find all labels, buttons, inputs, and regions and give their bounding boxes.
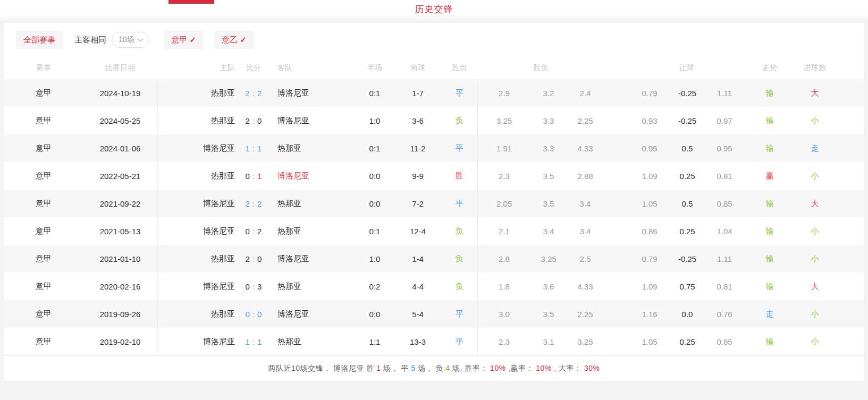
odds-draw-cell: 3.5 [530,310,567,319]
odds-draw-cell: 3.3 [530,116,567,125]
away-team-cell: 热那亚 [267,337,355,347]
header-handicap-group: 让球 [630,63,743,73]
result-cell: 平 [441,143,477,154]
corner-cell: 1-7 [394,89,441,98]
header-goals: 进球数 [796,63,833,73]
handicap-home-cell: 1.05 [630,337,669,346]
result-cell: 平 [441,88,477,98]
odds-home-cell: 2.1 [477,217,530,245]
trend-cell: 输 [743,254,796,264]
corner-cell: 9-9 [394,172,441,181]
summary-segment: 场, 胜率： [450,364,488,372]
summary-text: 两队近10场交锋， 博洛尼亚 胜 1 场， 平 5 场， 负 4 场, 胜率： … [268,364,600,373]
header-home: 主队 [157,63,240,73]
odds-draw-cell: 3.2 [530,89,567,98]
away-team-cell: 博洛尼亚 [267,309,355,319]
handicap-line-cell: 0.5 [669,199,706,208]
halftime-cell: 1:0 [355,116,394,125]
handicap-home-cell: 1.09 [630,282,669,291]
handicap-home-cell: 1.09 [630,172,669,181]
handicap-home-cell: 0.79 [630,254,669,263]
handicap-away-cell: 0.95 [706,144,743,153]
table-row: 意甲2022-05-21热那亚0:1博洛尼亚0:09-9胜2.33.52.881… [4,162,864,190]
result-cell: 胜 [441,171,477,181]
odds-home-cell: 3.25 [477,107,530,134]
odds-draw-cell: 3.25 [530,254,567,263]
trend-cell: 输 [743,337,796,347]
odds-home-cell: 2.3 [477,328,530,355]
header-trend: 走势 [743,63,796,73]
away-team-cell: 热那亚 [267,143,355,154]
header-away: 客队 [267,63,355,73]
odds-home-cell: 1.8 [477,273,530,300]
league-cell: 意甲 [4,309,83,319]
match-count-dropdown[interactable]: 10场 [112,32,149,48]
league-cell: 意甲 [4,282,83,292]
odds-away-cell: 3.4 [567,227,604,236]
table-row: 意甲2021-01-10热那亚2:0博洛尼亚1:01-4负2.83.252.50… [4,245,864,273]
same-home-away-label[interactable]: 主客相同 [74,35,106,45]
odds-draw-cell: 3.3 [530,144,567,153]
odds-away-cell: 2.5 [567,254,604,263]
goals-cell: 小 [796,337,833,347]
odds-draw-cell: 3.1 [530,337,567,346]
result-cell: 负 [441,116,477,126]
serie-a-filter-button[interactable]: 意甲✓ [164,31,204,49]
header-result: 胜负 [441,63,477,73]
corner-cell: 1-4 [394,254,441,263]
handicap-line-cell: 0.25 [669,172,706,181]
goals-cell: 小 [796,226,833,236]
header-score: 比分 [240,63,267,73]
halftime-cell: 0:1 [355,227,394,236]
goals-cell: 小 [796,171,833,181]
trend-cell: 输 [743,199,796,209]
corner-cell: 12-4 [394,227,441,236]
summary-segment: 4 [445,364,450,372]
date-cell: 2024-10-19 [83,89,157,98]
check-icon: ✓ [240,35,247,44]
halftime-cell: 0:2 [355,282,394,291]
score-cell: 2:0 [240,116,267,125]
date-cell: 2019-09-26 [83,310,157,319]
date-cell: 2021-05-13 [83,227,157,236]
history-card: 全部赛事 主客相同 10场 意甲✓ 意乙✓ 赛事 比赛日期 主队 比分 客队 半… [4,23,864,381]
filter-bar: 全部赛事 主客相同 10场 意甲✓ 意乙✓ [4,23,864,57]
trend-cell: 输 [743,143,796,154]
handicap-home-cell: 0.79 [630,89,669,98]
result-cell: 平 [441,309,477,319]
table-row: 意甲2024-01-06博洛尼亚1:1热那亚0:111-2平1.913.34.3… [4,134,864,162]
table-row: 意甲2024-10-19热那亚2:2博洛尼亚0:11-7平2.93.22.40.… [4,79,864,107]
goals-cell: 大 [796,88,833,98]
summary-segment: ,赢率： [508,364,534,372]
odds-away-cell: 2.88 [567,172,604,181]
league-cell: 意甲 [4,226,83,236]
active-tab-indicator[interactable] [168,0,214,4]
corner-cell: 5-4 [394,310,441,319]
table-header: 赛事 比赛日期 主队 比分 客队 半场 角球 胜负 胜负 让球 走势 进球数 [4,57,864,79]
goals-cell: 小 [796,254,833,264]
goals-cell: 走 [796,143,833,154]
all-matches-button[interactable]: 全部赛事 [16,31,63,49]
handicap-home-cell: 0.93 [630,116,669,125]
date-cell: 2024-01-06 [83,144,157,153]
trend-cell: 赢 [743,171,796,181]
table-row: 意甲2021-09-22博洛尼亚2:2热那亚0:07-2平2.053.53.41… [4,190,864,217]
trend-cell: 走 [743,309,796,319]
score-cell: 0:3 [240,282,267,291]
handicap-home-cell: 0.86 [630,227,669,236]
score-cell: 0:2 [240,227,267,236]
odds-home-cell: 2.8 [477,245,530,273]
handicap-line-cell: 0.25 [669,227,706,236]
summary-segment: 场， 平 [381,364,411,372]
summary-segment: 10% [534,364,554,372]
top-bar: 历史交锋 [0,0,868,15]
serie-b-filter-button[interactable]: 意乙✓ [214,31,254,49]
summary-segment: 5 [411,364,415,372]
handicap-line-cell: 0.25 [669,337,706,346]
away-team-cell: 热那亚 [267,282,355,292]
odds-home-cell: 2.05 [477,190,530,217]
odds-away-cell: 2.25 [567,116,604,125]
odds-draw-cell: 3.4 [530,227,567,236]
handicap-home-cell: 1.05 [630,199,669,208]
goals-cell: 小 [796,116,833,126]
